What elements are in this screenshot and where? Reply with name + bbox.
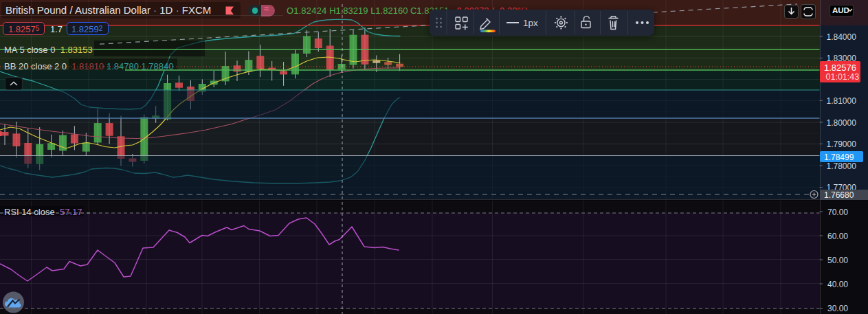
svg-text:1px: 1px bbox=[523, 18, 538, 28]
